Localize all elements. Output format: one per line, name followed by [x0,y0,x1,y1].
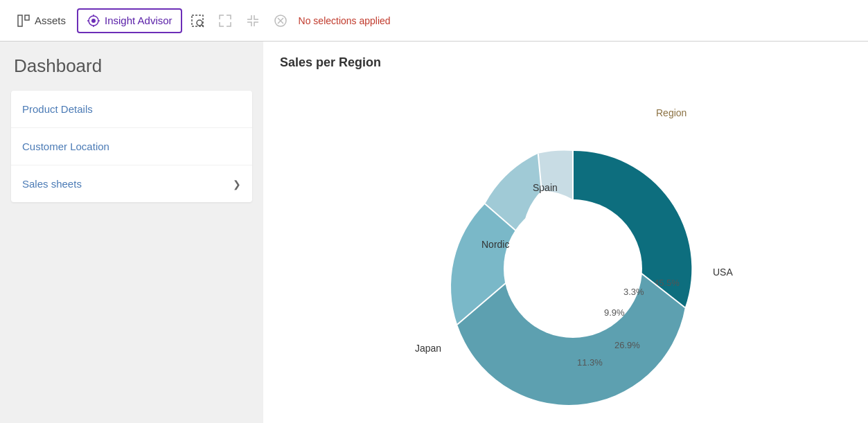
nav-item-customer-location[interactable]: Customer Location [11,128,252,165]
svg-rect-0 [18,15,22,26]
no-selections-label: No selections applied [299,15,391,26]
main-area: Dashboard Product Details Customer Locat… [0,42,868,423]
svg-point-9 [197,20,202,26]
label-spain: Spain [533,182,558,193]
label-japan-text: Japan [415,343,441,354]
svg-rect-1 [25,15,29,20]
content-area: Sales per Region Region [263,42,868,423]
chart-title: Sales per Region [280,55,851,70]
dashboard-title: Dashboard [11,55,252,77]
nav-item-customer-location-label: Customer Location [22,141,109,152]
percent-nordic: 9.9% [604,307,625,318]
nav-card: Product Details Customer Location Sales … [11,91,252,202]
assets-label: Assets [35,15,66,26]
nav-item-product-details[interactable]: Product Details [11,91,252,128]
chart-container: Region USA 45. [280,81,851,400]
sidebar: Dashboard Product Details Customer Locat… [0,42,263,423]
percent-bottom: 26.9% [614,340,640,350]
insight-advisor-tab[interactable]: Insight Advisor [77,8,182,33]
shrink-button[interactable] [240,8,265,33]
lasso-search-button[interactable] [185,8,210,33]
legend-label: Region [656,107,687,118]
assets-icon [17,14,30,28]
expand-button[interactable] [213,8,238,33]
nav-item-sales-sheets-label: Sales sheets [22,178,82,190]
nav-item-sales-sheets[interactable]: Sales sheets ❯ [11,165,252,202]
assets-tab[interactable]: Assets [8,10,74,32]
percent-spain: 3.3% [623,287,644,297]
toolbar: Assets Insight Advisor [0,0,868,42]
label-usa: USA [713,267,733,278]
label-nordic: Nordic [481,239,509,250]
svg-point-3 [91,19,96,23]
percent-japan: 11.3% [577,357,603,368]
nav-item-product-details-label: Product Details [22,103,93,115]
nav-arrow-icon: ❯ [233,179,241,190]
insight-icon [87,14,100,28]
donut-chart: Region USA 45. [358,75,774,407]
clear-button[interactable] [268,8,293,33]
insight-advisor-label: Insight Advisor [105,15,172,26]
